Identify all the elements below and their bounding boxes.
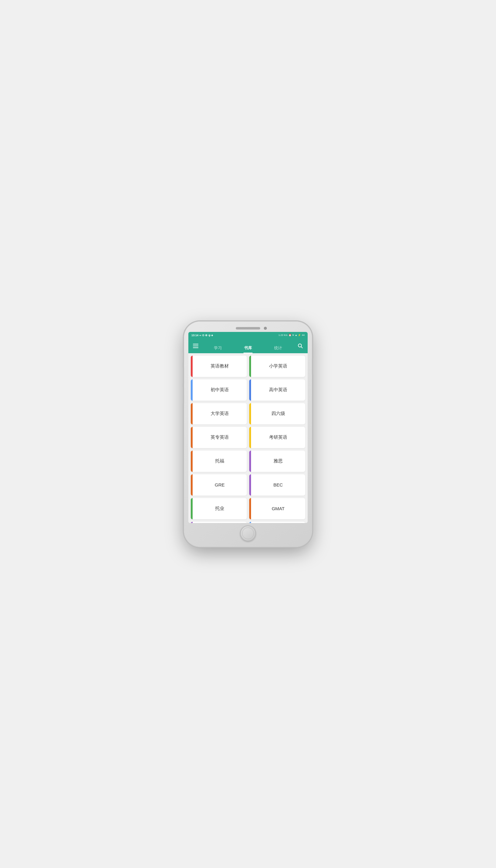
power-button xyxy=(312,358,313,375)
search-button[interactable] xyxy=(293,338,308,353)
nav-bar: 学习 书库 统计 xyxy=(188,338,308,353)
card-gzxy[interactable]: 高中英语 xyxy=(249,379,305,401)
status-bar: 13:14 ∞ ⊙ ⊚ ψ ♣ 1.22 K/s ⏰ ≋ ▲ ⚡ 44 xyxy=(188,332,308,338)
card-gre[interactable]: GRE xyxy=(191,474,247,495)
card-label-slj: 四六级 xyxy=(251,411,305,416)
card-label-dxxy: 大学英语 xyxy=(192,411,247,416)
tab-stats[interactable]: 统计 xyxy=(263,338,293,353)
card-yyjc[interactable]: 英语教材 xyxy=(191,356,247,377)
card-label-gmat: GMAT xyxy=(251,506,305,511)
card-label-czxy: 初中英语 xyxy=(192,387,247,393)
card-ty[interactable]: 托业 xyxy=(191,498,247,519)
card-slj[interactable]: 四六级 xyxy=(249,403,305,424)
phone-screen: 13:14 ∞ ⊙ ⊚ ψ ♣ 1.22 K/s ⏰ ≋ ▲ ⚡ 44 学习 xyxy=(188,332,308,523)
content-area: 英语教材小学英语初中英语高中英语大学英语四六级英专英语考研英语托福雅思GREBE… xyxy=(188,353,308,523)
svg-line-1 xyxy=(301,347,303,348)
status-battery: 44 xyxy=(302,334,305,336)
volume-silent-button xyxy=(183,352,184,363)
card-czxy[interactable]: 初中英语 xyxy=(191,379,247,401)
tab-study[interactable]: 学习 xyxy=(203,338,233,353)
phone-frame: 13:14 ∞ ⊙ ⊚ ψ ♣ 1.22 K/s ⏰ ≋ ▲ ⚡ 44 学习 xyxy=(184,321,312,547)
card-xxxxy[interactable]: 小学英语 xyxy=(249,356,305,377)
nav-tabs: 学习 书库 统计 xyxy=(203,338,293,353)
menu-icon[interactable] xyxy=(188,338,203,353)
card-yzxy[interactable]: 英专英语 xyxy=(191,427,247,448)
volume-down-button xyxy=(183,387,184,404)
card-gmat[interactable]: GMAT xyxy=(249,498,305,519)
card-label-gzxy: 高中英语 xyxy=(251,387,305,393)
tab-library[interactable]: 书库 xyxy=(233,338,263,353)
card-tf[interactable]: 托福 xyxy=(191,451,247,472)
card-bec[interactable]: BEC xyxy=(249,474,305,495)
status-left: 13:14 ∞ ⊙ ⊚ ψ ♣ xyxy=(191,334,213,337)
hamburger-icon xyxy=(193,344,198,348)
card-label-gre: GRE xyxy=(192,482,247,487)
card-label-yzxy: 英专英语 xyxy=(192,435,247,440)
card-p2[interactable] xyxy=(249,522,305,523)
card-label-yyjc: 英语教材 xyxy=(192,363,247,369)
card-label-tf: 托福 xyxy=(192,458,247,464)
card-kyxy[interactable]: 考研英语 xyxy=(249,427,305,448)
status-time: 13:14 xyxy=(191,334,198,337)
home-button-inner xyxy=(242,527,254,539)
card-stripe-p1 xyxy=(191,522,192,523)
card-label-ys: 雅思 xyxy=(251,458,305,464)
card-p1[interactable] xyxy=(191,522,247,523)
card-label-bec: BEC xyxy=(251,482,305,487)
status-icons: ∞ ⊙ ⊚ ψ ♣ xyxy=(199,334,213,337)
card-label-kyxy: 考研英语 xyxy=(251,435,305,440)
status-right: 1.22 K/s ⏰ ≋ ▲ ⚡ 44 xyxy=(278,334,305,336)
speaker-grille xyxy=(236,327,260,330)
volume-up-button xyxy=(183,367,184,384)
card-ys[interactable]: 雅思 xyxy=(249,451,305,472)
card-label-xxxxy: 小学英语 xyxy=(251,363,305,369)
card-stripe-p2 xyxy=(249,522,251,523)
card-label-ty: 托业 xyxy=(192,506,247,511)
card-grid: 英语教材小学英语初中英语高中英语大学英语四六级英专英语考研英语托福雅思GREBE… xyxy=(191,356,305,523)
home-button[interactable] xyxy=(240,525,256,541)
card-dxxy[interactable]: 大学英语 xyxy=(191,403,247,424)
status-misc-icons: ⏰ ≋ ▲ ⚡ xyxy=(289,334,301,336)
status-speed: 1.22 K/s xyxy=(278,334,287,336)
